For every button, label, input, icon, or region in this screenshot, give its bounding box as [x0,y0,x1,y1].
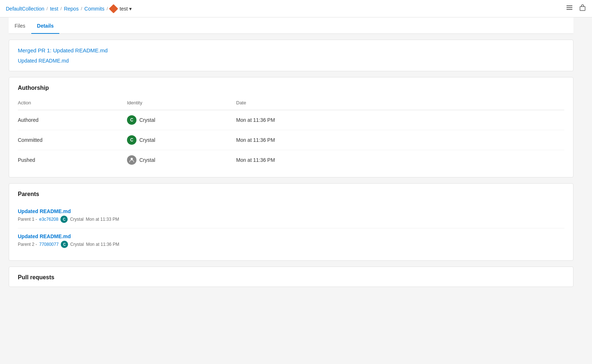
date-cell: Mon at 11:36 PM [236,110,564,130]
col-date: Date [236,97,564,110]
identity-name: Crystal [139,137,155,143]
authorship-body: Authorship Action Identity Date Authored… [9,77,573,177]
parent-meta: Parent 1 -e3c76208CCrystalMon at 11:33 P… [18,216,564,223]
parent-date: Mon at 11:33 PM [86,217,119,222]
list-item: Updated README.mdParent 1 -e3c76208CCrys… [18,203,564,228]
identity-name: Crystal [139,117,155,123]
parents-body: Parents Updated README.mdParent 1 -e3c76… [9,184,573,260]
pull-requests-card: Pull requests [9,267,573,287]
parent-label: Parent 2 - [18,242,37,247]
breadcrumb-repo-name[interactable]: test ▾ [110,5,132,12]
col-identity: Identity [127,97,236,110]
table-row: CommittedCCrystalMon at 11:36 PM [18,130,564,150]
action-cell: Committed [18,130,127,150]
table-row: PushedCrystalMon at 11:36 PM [18,150,564,170]
avatar-sm: C [61,241,68,248]
tab-files[interactable]: Files [9,18,31,34]
commit-message-card: Merged PR 1: Updated README.md Updated R… [9,40,573,71]
svg-point-4 [131,158,133,160]
authorship-title: Authorship [18,85,564,91]
parent-hash[interactable]: 77080077 [39,242,59,247]
parent-author: Crystal [70,242,84,247]
parents-title: Parents [18,191,564,197]
breadcrumb-separator-4: / [107,6,108,11]
date-cell: Mon at 11:36 PM [236,150,564,170]
tabs-container: Files Details [9,17,573,34]
identity-name: Crystal [139,157,155,163]
pull-requests-title: Pull requests [9,267,573,287]
list-icon[interactable] [566,4,573,13]
action-cell: Authored [18,110,127,130]
svg-rect-2 [567,9,572,10]
list-item: Updated README.mdParent 2 -77080077CCrys… [18,228,564,253]
shopping-bag-icon[interactable] [579,4,586,13]
breadcrumb-commits[interactable]: Commits [84,6,104,12]
tab-details[interactable]: Details [31,18,60,34]
avatar-sm: C [60,216,68,223]
col-action: Action [18,97,127,110]
authorship-card: Authorship Action Identity Date Authored… [9,77,573,177]
action-cell: Pushed [18,150,127,170]
breadcrumb-separator-1: / [47,6,48,11]
identity-cell: Crystal [127,150,236,170]
avatar: C [127,135,136,145]
date-cell: Mon at 11:36 PM [236,130,564,150]
table-row: AuthoredCCrystalMon at 11:36 PM [18,110,564,130]
breadcrumb: DefaultCollection / test / Repos / Commi… [6,5,132,12]
identity-cell: CCrystal [127,130,236,150]
breadcrumb-default-collection[interactable]: DefaultCollection [6,6,44,12]
parent-title-link[interactable]: Updated README.md [18,208,564,214]
svg-rect-0 [567,5,572,6]
parent-meta: Parent 2 -77080077CCrystalMon at 11:36 P… [18,241,564,248]
authorship-table: Action Identity Date AuthoredCCrystalMon… [18,97,564,170]
parents-card: Parents Updated README.mdParent 1 -e3c76… [9,183,573,261]
commit-subtitle-link[interactable]: Updated README.md [18,58,69,64]
repo-icon [109,4,118,13]
parent-label: Parent 1 - [18,217,37,222]
parents-list: Updated README.mdParent 1 -e3c76208CCrys… [18,203,564,253]
commit-message-body: Merged PR 1: Updated README.md Updated R… [9,40,573,71]
breadcrumb-test[interactable]: test [50,6,58,12]
breadcrumb-separator-3: / [81,6,82,11]
breadcrumb-repo-label: test [120,6,128,12]
breadcrumb-separator-2: / [60,6,62,11]
commit-title-link[interactable]: Merged PR 1: Updated README.md [18,47,564,53]
breadcrumb-repos[interactable]: Repos [64,6,79,12]
identity-cell: CCrystal [127,110,236,130]
avatar: C [127,115,136,125]
parent-title-link[interactable]: Updated README.md [18,233,564,239]
header: DefaultCollection / test / Repos / Commi… [0,0,592,17]
parent-hash[interactable]: e3c76208 [39,217,59,222]
svg-rect-1 [567,7,572,8]
svg-rect-3 [580,7,585,11]
parent-author: Crystal [70,217,83,222]
main-content: Files Details Merged PR 1: Updated READM… [0,17,582,301]
header-icons [566,4,586,13]
avatar [127,155,136,165]
parent-date: Mon at 11:36 PM [86,242,119,247]
chevron-down-icon[interactable]: ▾ [129,6,132,12]
